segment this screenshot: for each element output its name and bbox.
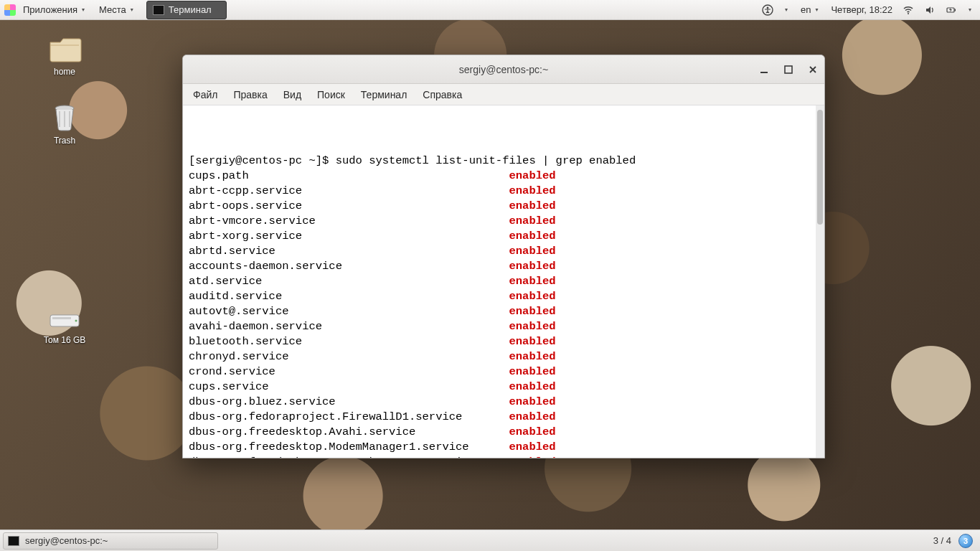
window-close-button[interactable] — [807, 64, 819, 75]
svg-rect-10 — [785, 66, 792, 73]
top-panel: Приложения ▾ Места ▾ Терминал ▾ ▾ en ▾ Ч… — [0, 0, 980, 20]
desktop-icon-label: Trash — [36, 136, 93, 146]
menu-search[interactable]: Поиск — [314, 88, 348, 102]
scrollbar-thumb[interactable] — [817, 110, 823, 225]
drive-icon — [47, 309, 82, 332]
workspace-badge[interactable]: 3 — [958, 534, 973, 548]
chevron-down-icon: ▾ — [969, 6, 971, 13]
keyboard-layout-indicator[interactable]: en ▾ — [798, 0, 821, 20]
terminal-window: sergiy@centos-pc:~ Файл Правка Вид Поиск… — [182, 55, 825, 458]
svg-point-1 — [767, 6, 769, 9]
chevron-down-icon: ▾ — [217, 6, 220, 13]
svg-point-8 — [75, 320, 77, 322]
desktop-icon-volume[interactable]: Том 16 GB — [36, 309, 93, 345]
svg-rect-7 — [52, 317, 71, 319]
window-title: sergiy@centos-pc:~ — [183, 64, 824, 75]
clock[interactable]: Четверг, 18:22 — [831, 4, 892, 15]
window-maximize-button[interactable] — [783, 64, 794, 75]
menu-view[interactable]: Вид — [281, 88, 304, 102]
folder-home-icon — [47, 32, 82, 64]
menu-file[interactable]: Файл — [190, 88, 220, 102]
accessibility-icon[interactable] — [762, 4, 773, 16]
running-app-label: Терминал — [169, 4, 212, 15]
desktop-icon-label: home — [36, 67, 93, 77]
menu-help[interactable]: Справка — [420, 88, 465, 102]
taskbar-task-terminal[interactable]: sergiy@centos-pc:~ — [3, 532, 218, 550]
bottom-panel: sergiy@centos-pc:~ 3 / 4 3 — [0, 529, 980, 551]
window-minimize-button[interactable] — [758, 64, 770, 75]
svg-point-2 — [908, 13, 909, 14]
applications-menu[interactable]: Приложения ▾ — [16, 0, 92, 20]
places-menu-label: Места — [99, 4, 126, 15]
menu-terminal[interactable]: Терминал — [358, 88, 410, 102]
window-titlebar[interactable]: sergiy@centos-pc:~ — [183, 55, 824, 84]
svg-rect-4 — [954, 9, 956, 11]
desktop-icons: home Trash Том 16 GB — [36, 32, 93, 345]
svg-rect-9 — [760, 72, 768, 73]
svg-rect-6 — [50, 315, 79, 326]
chevron-down-icon: ▾ — [131, 6, 133, 13]
terminal-menubar: Файл Правка Вид Поиск Терминал Справка — [183, 84, 824, 105]
terminal-icon — [153, 5, 164, 15]
terminal-output[interactable]: [sergiy@centos-pc ~]$ sudo systemctl lis… — [183, 105, 824, 458]
terminal-scrollbar[interactable] — [816, 105, 824, 458]
desktop-icon-home[interactable]: home — [36, 32, 93, 77]
system-logo-icon — [4, 4, 16, 16]
terminal-icon — [8, 536, 19, 546]
chevron-down-icon: ▾ — [82, 6, 85, 13]
running-app-terminal[interactable]: Терминал ▾ — [146, 1, 227, 19]
keyboard-layout-label: en — [801, 4, 811, 15]
desktop-icon-trash[interactable]: Trash — [36, 101, 93, 146]
wifi-icon[interactable] — [903, 4, 914, 16]
applications-menu-label: Приложения — [23, 4, 77, 15]
menu-edit[interactable]: Правка — [230, 88, 270, 102]
battery-icon[interactable] — [946, 4, 957, 16]
volume-icon[interactable] — [924, 4, 936, 16]
workspace-indicator[interactable]: 3 / 4 — [933, 535, 951, 546]
desktop-icon-label: Том 16 GB — [36, 335, 93, 345]
places-menu[interactable]: Места ▾ — [92, 0, 141, 20]
taskbar-task-label: sergiy@centos-pc:~ — [25, 535, 108, 546]
chevron-down-icon: ▾ — [815, 6, 818, 13]
trash-icon — [47, 101, 82, 133]
chevron-down-icon: ▾ — [785, 6, 788, 13]
